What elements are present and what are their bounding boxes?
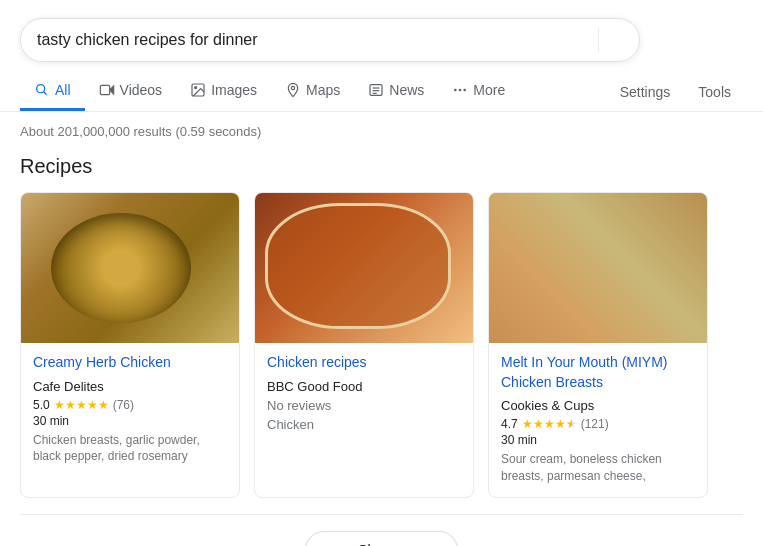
show-more-button[interactable]: Show more xyxy=(305,531,458,546)
recipe-body-3: Melt In Your Mouth (MIYM) Chicken Breast… xyxy=(489,343,707,497)
recipe-image-1 xyxy=(21,193,239,343)
review-count-3: (121) xyxy=(581,417,609,431)
tab-maps-label: Maps xyxy=(306,82,340,98)
search-input[interactable] xyxy=(37,31,586,49)
svg-point-18 xyxy=(454,89,457,92)
recipe-ingredients-1: Chicken breasts, garlic powder, black pe… xyxy=(33,432,227,466)
recipe-image-3 xyxy=(489,193,707,343)
maps-icon xyxy=(285,82,301,98)
show-more-container: Show more xyxy=(20,514,743,546)
recipe-source-1: Cafe Delites xyxy=(33,379,227,394)
recipe-name-3[interactable]: Melt In Your Mouth (MIYM) Chicken Breast… xyxy=(501,353,695,392)
recipe-body-1: Creamy Herb Chicken Cafe Delites 5.0 ★★★… xyxy=(21,343,239,477)
recipe-tag-2: Chicken xyxy=(267,417,461,432)
recipe-name-2[interactable]: Chicken recipes xyxy=(267,353,461,373)
tab-news-label: News xyxy=(389,82,424,98)
search-tab-icon xyxy=(34,82,50,98)
tab-more[interactable]: More xyxy=(438,72,519,111)
tab-images-label: Images xyxy=(211,82,257,98)
svg-point-19 xyxy=(459,89,462,92)
recipe-name-1[interactable]: Creamy Herb Chicken xyxy=(33,353,227,373)
recipes-title: Recipes xyxy=(20,155,743,178)
svg-point-12 xyxy=(195,87,197,89)
recipe-time-3: 30 min xyxy=(501,433,695,447)
recipe-body-2: Chicken recipes BBC Good Food No reviews… xyxy=(255,343,473,444)
recipe-source-3: Cookies & Cups xyxy=(501,398,695,413)
news-icon xyxy=(368,82,384,98)
recipe-card-1[interactable]: Creamy Herb Chicken Cafe Delites 5.0 ★★★… xyxy=(20,192,240,498)
review-count-1: (76) xyxy=(113,398,134,412)
videos-icon xyxy=(99,82,115,98)
settings-tab[interactable]: Settings xyxy=(608,74,683,110)
settings-label: Settings xyxy=(620,84,671,100)
recipe-cards: Creamy Herb Chicken Cafe Delites 5.0 ★★★… xyxy=(20,192,743,498)
recipe-image-2 xyxy=(255,193,473,343)
search-icons xyxy=(586,28,623,52)
results-info: About 201,000,000 results (0.59 seconds) xyxy=(0,112,763,145)
recipe-rating-1: 5.0 ★★★★★ (76) xyxy=(33,398,227,412)
stars-1: ★★★★★ xyxy=(54,398,109,412)
svg-point-20 xyxy=(464,89,467,92)
chevron-down-icon xyxy=(334,542,350,546)
more-icon xyxy=(452,82,468,98)
show-more-label: Show more xyxy=(358,542,429,546)
tab-videos[interactable]: Videos xyxy=(85,72,177,111)
recipe-ingredients-3: Sour cream, boneless chicken breasts, pa… xyxy=(501,451,695,485)
tab-images[interactable]: Images xyxy=(176,72,271,111)
results-count: About 201,000,000 results (0.59 seconds) xyxy=(20,124,261,139)
svg-point-13 xyxy=(291,86,294,89)
search-tabs: All Videos Images Maps News xyxy=(0,72,763,112)
images-icon xyxy=(190,82,206,98)
recipe-card-3[interactable]: Melt In Your Mouth (MIYM) Chicken Breast… xyxy=(488,192,708,498)
recipes-section: Recipes Creamy Herb Chicken Cafe Delites… xyxy=(0,145,763,514)
tools-label: Tools xyxy=(698,84,731,100)
stars-3: ★★★★★★ xyxy=(522,417,577,431)
rating-value-3: 4.7 xyxy=(501,417,518,431)
divider xyxy=(598,28,599,52)
tab-all[interactable]: All xyxy=(20,72,85,111)
recipe-source-2: BBC Good Food xyxy=(267,379,461,394)
tab-more-label: More xyxy=(473,82,505,98)
recipe-card-2[interactable]: Chicken recipes BBC Good Food No reviews… xyxy=(254,192,474,498)
rating-value-1: 5.0 xyxy=(33,398,50,412)
svg-point-7 xyxy=(37,85,45,93)
tab-videos-label: Videos xyxy=(120,82,163,98)
tab-maps[interactable]: Maps xyxy=(271,72,354,111)
svg-line-8 xyxy=(44,92,47,95)
svg-rect-9 xyxy=(100,85,109,94)
tab-all-label: All xyxy=(55,82,71,98)
search-bar-container xyxy=(0,0,763,72)
no-reviews-2: No reviews xyxy=(267,398,461,413)
tools-tab[interactable]: Tools xyxy=(686,74,743,110)
search-bar xyxy=(20,18,640,62)
recipe-rating-3: 4.7 ★★★★★★ (121) xyxy=(501,417,695,431)
tabs-right: Settings Tools xyxy=(608,74,743,110)
recipe-time-1: 30 min xyxy=(33,414,227,428)
tab-news[interactable]: News xyxy=(354,72,438,111)
